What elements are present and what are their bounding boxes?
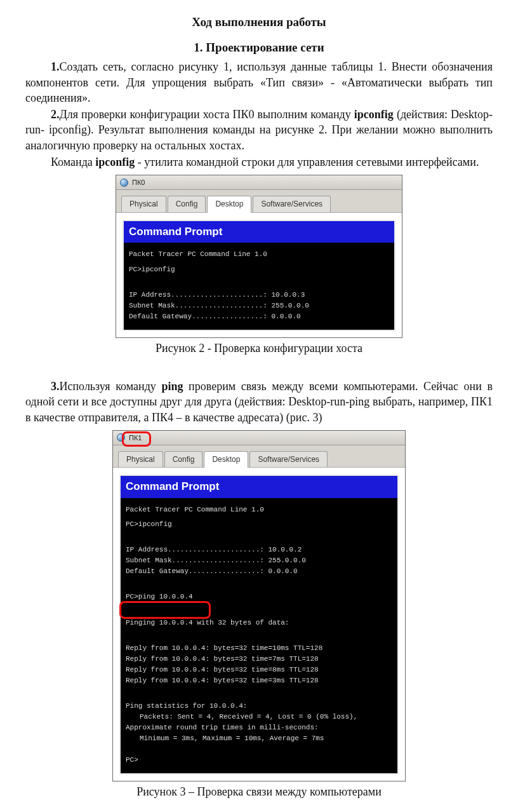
app-icon [117, 433, 125, 442]
paragraph-2b: Команда ipconfig - утилита командной стр… [25, 154, 493, 170]
cmd-line: Reply from 10.0.0.4: bytes=32 time=8ms T… [126, 666, 319, 673]
item-num-3: 3. [51, 380, 60, 393]
window-title: ПК1 [129, 433, 142, 443]
figure3-caption: Рисунок 3 – Проверка связи между компьют… [25, 784, 493, 799]
cmd-line: Default Gateway.................: 0.0.0.… [126, 566, 392, 577]
cmd-line: PC> [126, 756, 138, 764]
cmd-line: Ping statistics for 10.0.0.4: [126, 702, 247, 710]
paragraph-3: 3.Используя команду ping проверим связь … [25, 379, 493, 425]
command-prompt-body[interactable]: Packet Tracer PC Command Line 1.0PC>ipco… [124, 243, 394, 329]
cmd-line: Reply from 10.0.0.4: bytes=32 time=10ms … [126, 644, 322, 652]
section-num: 1. [194, 41, 203, 54]
screenshot-fig3: ПК1 Physical Config Desktop Software/Ser… [112, 430, 406, 782]
p2b-pre: Команда [51, 156, 95, 168]
window-titlebar: ПК1 [113, 431, 405, 445]
tab-config[interactable]: Config [164, 451, 203, 467]
screenshot-fig2: ПК0 Physical Config Desktop Software/Ser… [116, 175, 402, 337]
section-title-text: Проектирование сети [206, 41, 324, 54]
cmd-line: Subnet Mask.....................: 255.0.… [129, 302, 309, 309]
cmd-ipconfig: ipconfig [354, 108, 394, 121]
command-prompt-title: Command Prompt [121, 476, 397, 498]
cmd-line: IP Address......................: 10.0.0… [129, 291, 305, 299]
cmd-line: Packet Tracer PC Command Line 1.0 [129, 249, 389, 260]
item-num-1: 1. [51, 60, 60, 73]
tab-desktop[interactable]: Desktop [207, 196, 251, 212]
p2b-cmd: ipconfig [95, 156, 135, 168]
cmd-line: PC>ipconfig [126, 519, 392, 530]
paragraph-1: 1.Создать сеть, согласно рисунку 1, испо… [25, 59, 493, 105]
tab-config[interactable]: Config [168, 196, 206, 212]
item-text-2a: Для проверки конфигурации хоста ПК0 выпо… [60, 108, 354, 121]
client-area: Command Prompt Packet Tracer PC Command … [116, 213, 402, 337]
cmd-line: IP Address......................: 10.0.0… [126, 546, 302, 553]
tab-physical[interactable]: Physical [118, 451, 163, 467]
p2b-post: - утилита командной строки для управлени… [135, 156, 479, 168]
command-prompt-window: Command Prompt Packet Tracer PC Command … [123, 220, 395, 331]
item-num-2: 2. [51, 108, 60, 121]
command-prompt-title: Command Prompt [124, 221, 394, 243]
tab-software[interactable]: Software/Services [253, 196, 331, 212]
window-titlebar: ПК0 [116, 175, 402, 190]
cmd-line: Minimum = 3ms, Maximum = 10ms, Average =… [126, 733, 392, 744]
section-heading: 1. Проектирование сети [25, 39, 493, 56]
figure2-caption: Рисунок 2 - Проверка конфигурации хоста [25, 341, 493, 356]
tab-desktop[interactable]: Desktop [204, 451, 248, 468]
window-title: ПК0 [132, 178, 145, 187]
cmd-line: PC>ping 10.0.0.4 [126, 592, 392, 602]
cmd-line: Reply from 10.0.0.4: bytes=32 time=3ms T… [126, 675, 392, 686]
paragraph-2: 2.Для проверки конфигурации хоста ПК0 вы… [25, 107, 493, 153]
cmd-line: Packets: Sent = 4, Received = 4, Lost = … [126, 712, 392, 722]
client-area: Command Prompt Packet Tracer PC Command … [113, 468, 405, 781]
app-icon [120, 179, 128, 187]
cmd-line: Packet Tracer PC Command Line 1.0 [126, 504, 392, 515]
item-text-3a: Используя команду [60, 380, 162, 393]
cmd-ping: ping [161, 380, 183, 393]
command-prompt-body[interactable]: Packet Tracer PC Command Line 1.0PC>ipco… [121, 498, 397, 773]
tabs-row: Physical Config Desktop Software/Service… [113, 445, 405, 468]
cmd-line: Reply from 10.0.0.4: bytes=32 time=7ms T… [126, 655, 319, 663]
tab-software[interactable]: Software/Services [249, 451, 328, 467]
cmd-line: Approximate round trip times in milli-se… [126, 724, 319, 731]
cmd-line: Pinging 10.0.0.4 with 32 bytes of data: [126, 618, 392, 628]
cmd-line: Default Gateway.................: 0.0.0.… [129, 313, 301, 320]
tabs-row: Physical Config Desktop Software/Service… [116, 190, 402, 212]
cmd-line: Subnet Mask.....................: 255.0.… [126, 557, 306, 564]
item-text-1: Создать сеть, согласно рисунку 1, исполь… [25, 60, 493, 104]
tab-physical[interactable]: Physical [121, 196, 166, 212]
page-title: Ход выполнения работы [25, 14, 493, 30]
cmd-line: PC>ipconfig [129, 264, 389, 275]
command-prompt-window: Command Prompt Packet Tracer PC Command … [119, 475, 399, 775]
